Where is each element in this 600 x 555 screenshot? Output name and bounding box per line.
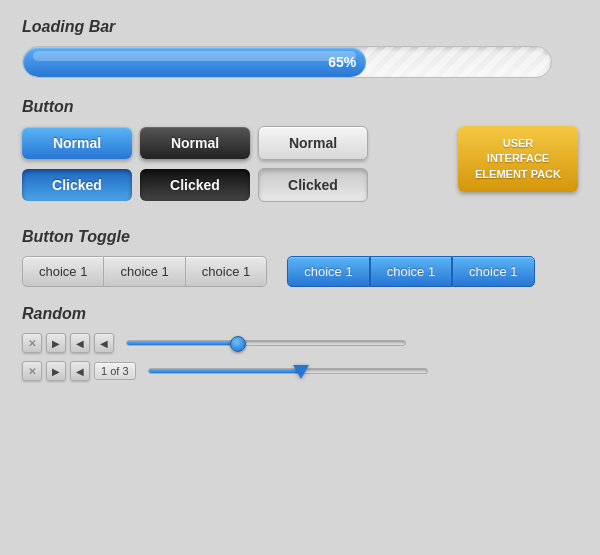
slider-2-thumb[interactable] xyxy=(293,365,309,379)
toggle-section: Button Toggle choice 1 choice 1 choice 1… xyxy=(22,228,578,287)
toggle-section-title: Button Toggle xyxy=(22,228,578,246)
volume-button-1[interactable]: ◀ xyxy=(94,333,114,353)
light-clicked-button[interactable]: Clicked xyxy=(258,168,368,202)
toggle-row: choice 1 choice 1 choice 1 choice 1 choi… xyxy=(22,256,578,287)
toggle-blue-group: choice 1 choice 1 choice 1 xyxy=(287,256,534,287)
ctrl-group-2: ✕ ▶ ◀ 1 of 3 xyxy=(22,361,136,381)
dark-clicked-button[interactable]: Clicked xyxy=(140,169,250,201)
loading-bar-label: 65% xyxy=(328,54,356,70)
loading-bar-title: Loading Bar xyxy=(22,18,578,36)
toggle-blue-btn-3[interactable]: choice 1 xyxy=(452,256,534,287)
slider-2-fill xyxy=(149,369,302,373)
back-button-1[interactable]: ◀ xyxy=(70,333,90,353)
button-rows-wrapper: Normal Normal Normal Clicked Clicked Cli… xyxy=(22,126,448,210)
random-row-1: ✕ ▶ ◀ ◀ xyxy=(22,333,578,353)
light-normal-button[interactable]: Normal xyxy=(258,126,368,160)
dark-normal-button[interactable]: Normal xyxy=(140,127,250,159)
play-button-2[interactable]: ▶ xyxy=(46,361,66,381)
loading-bar-track[interactable]: 65% xyxy=(22,46,552,78)
loading-bar-section: Loading Bar 65% xyxy=(22,18,578,78)
toggle-gray-btn-2[interactable]: choice 1 xyxy=(104,256,185,287)
x-button-1[interactable]: ✕ xyxy=(22,333,42,353)
blue-normal-button[interactable]: Normal xyxy=(22,127,132,159)
random-row-2: ✕ ▶ ◀ 1 of 3 xyxy=(22,361,578,381)
slider-1-track[interactable] xyxy=(126,340,406,346)
ctrl-group-1: ✕ ▶ ◀ ◀ xyxy=(22,333,114,353)
slider-1-fill xyxy=(127,341,238,345)
badge-line2: ELEMENT PACK xyxy=(475,168,561,180)
toggle-gray-group: choice 1 choice 1 choice 1 xyxy=(22,256,267,287)
random-section-title: Random xyxy=(22,305,578,323)
button-row-normal: Normal Normal Normal xyxy=(22,126,448,160)
button-section: Button Normal Normal Normal Clicked Clic… xyxy=(22,98,578,210)
button-row-clicked: Clicked Clicked Clicked xyxy=(22,168,448,202)
play-button-1[interactable]: ▶ xyxy=(46,333,66,353)
toggle-gray-btn-1[interactable]: choice 1 xyxy=(22,256,104,287)
toggle-blue-btn-2[interactable]: choice 1 xyxy=(370,256,452,287)
toggle-gray-btn-3[interactable]: choice 1 xyxy=(186,256,267,287)
blue-clicked-button[interactable]: Clicked xyxy=(22,169,132,201)
button-section-title: Button xyxy=(22,98,578,116)
loading-bar-fill: 65% xyxy=(23,47,366,77)
x-button-2[interactable]: ✕ xyxy=(22,361,42,381)
badge-line1: USER INTERFACE xyxy=(487,137,549,164)
page-label: 1 of 3 xyxy=(94,362,136,380)
ui-pack-badge: USER INTERFACE ELEMENT PACK xyxy=(458,126,578,192)
toggle-blue-btn-1[interactable]: choice 1 xyxy=(287,256,369,287)
random-section: Random ✕ ▶ ◀ ◀ ✕ ▶ ◀ 1 of 3 xyxy=(22,305,578,381)
back-button-2[interactable]: ◀ xyxy=(70,361,90,381)
slider-2-track[interactable] xyxy=(148,368,428,374)
slider-1-thumb[interactable] xyxy=(230,336,246,352)
